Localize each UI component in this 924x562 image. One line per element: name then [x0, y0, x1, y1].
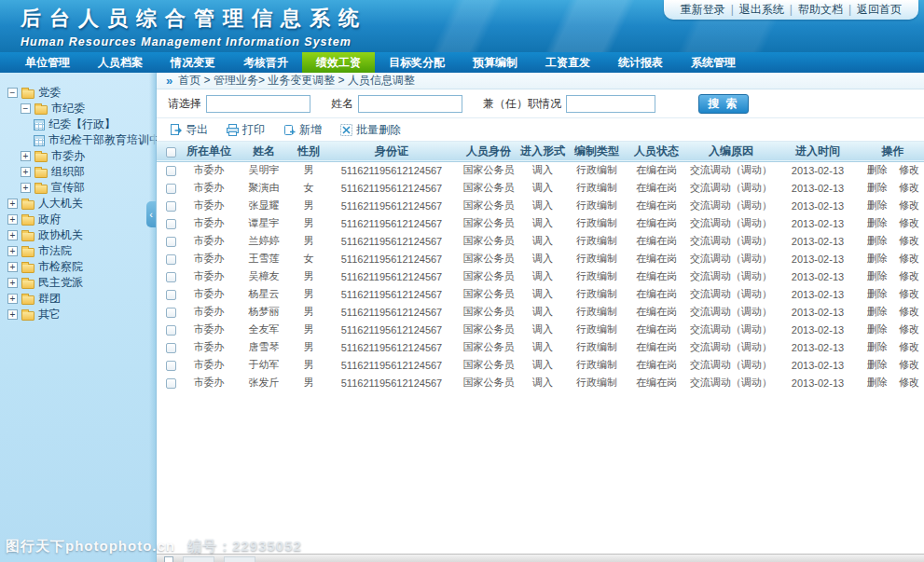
tree-item-7[interactable]: +人大机关	[0, 196, 156, 212]
tree-item-1[interactable]: −市纪委	[0, 101, 156, 117]
row-checkbox[interactable]	[166, 272, 176, 282]
collapse-toggle-icon[interactable]: −	[7, 88, 18, 98]
print-button[interactable]: 打印	[227, 122, 265, 138]
menu-item-1[interactable]: 人员档案	[84, 52, 157, 73]
edit-link[interactable]: 修改	[899, 199, 919, 211]
menu-item-2[interactable]: 情况变更	[157, 52, 229, 73]
search-button[interactable]: 搜 索	[698, 94, 749, 114]
add-button[interactable]: 新增	[283, 122, 322, 138]
row-checkbox[interactable]	[166, 343, 176, 353]
batch-delete-button[interactable]: 批量删除	[340, 122, 401, 138]
tree-item-0[interactable]: −党委	[0, 85, 156, 101]
edit-link[interactable]: 修改	[899, 253, 919, 264]
expand-toggle-icon[interactable]: +	[7, 199, 18, 209]
expand-toggle-icon[interactable]: +	[7, 246, 18, 256]
expand-toggle-icon[interactable]: +	[7, 278, 18, 288]
cell-name: 兰婷婷	[233, 232, 295, 250]
delete-link[interactable]: 删除	[867, 323, 888, 335]
expand-toggle-icon[interactable]: +	[21, 151, 31, 161]
row-checkbox[interactable]	[166, 361, 176, 371]
edit-link[interactable]: 修改	[899, 288, 919, 299]
expand-toggle-icon[interactable]: +	[7, 294, 18, 304]
top-link-2[interactable]: 帮助文档	[798, 3, 843, 16]
edit-link[interactable]: 修改	[899, 359, 919, 370]
tree-item-9[interactable]: +政协机关	[0, 227, 156, 243]
edit-link[interactable]: 修改	[899, 217, 919, 228]
row-checkbox[interactable]	[166, 201, 176, 212]
select-all-checkbox[interactable]	[166, 147, 176, 158]
edit-link[interactable]: 修改	[899, 306, 919, 317]
delete-link[interactable]: 删除	[867, 341, 888, 352]
delete-link[interactable]: 删除	[867, 377, 888, 388]
delete-link[interactable]: 删除	[867, 306, 888, 317]
row-checkbox[interactable]	[166, 237, 176, 247]
tree-item-3[interactable]: 市纪检干部教育培训中心	[0, 132, 156, 148]
delete-link[interactable]: 删除	[867, 217, 888, 228]
tree-item-11[interactable]: +市检察院	[0, 259, 156, 275]
delete-link[interactable]: 删除	[867, 164, 888, 175]
expand-toggle-icon[interactable]: +	[7, 262, 18, 272]
row-checkbox[interactable]	[166, 184, 176, 194]
tree-item-12[interactable]: +民主党派	[0, 275, 156, 291]
expand-toggle-icon[interactable]: +	[7, 214, 18, 225]
pagination-control[interactable]	[224, 556, 255, 562]
top-link-0[interactable]: 重新登录	[681, 3, 725, 16]
expand-toggle-icon[interactable]: +	[21, 183, 31, 193]
edit-link[interactable]: 修改	[899, 377, 919, 388]
edit-link[interactable]: 修改	[899, 235, 919, 246]
edit-link[interactable]: 修改	[899, 341, 919, 352]
delete-link[interactable]: 删除	[867, 359, 888, 370]
top-link-1[interactable]: 退出系统	[739, 3, 784, 16]
tree-item-13[interactable]: +群团	[0, 291, 156, 307]
menu-item-3[interactable]: 考核晋升	[229, 52, 302, 73]
menu-item-8[interactable]: 统计报表	[604, 52, 677, 73]
menu-item-9[interactable]: 系统管理	[677, 52, 750, 73]
column-header-4: 人员身份	[461, 142, 517, 161]
tree-item-6[interactable]: +宣传部	[0, 180, 156, 196]
menu-item-0[interactable]: 单位管理	[11, 52, 84, 73]
delete-link[interactable]: 删除	[867, 235, 888, 246]
edit-link[interactable]: 修改	[899, 182, 919, 193]
cell-status: 在编在岗	[625, 321, 688, 338]
tree-item-8[interactable]: +政府	[0, 212, 156, 227]
edit-link[interactable]: 修改	[899, 270, 919, 281]
menu-item-5[interactable]: 目标奖分配	[375, 52, 459, 73]
edit-link[interactable]: 修改	[899, 164, 919, 175]
concurrent-filter-input[interactable]	[566, 95, 655, 113]
expand-toggle-icon[interactable]: +	[21, 167, 31, 177]
row-checkbox[interactable]	[166, 325, 176, 336]
row-checkbox[interactable]	[166, 166, 176, 176]
row-checkbox[interactable]	[166, 308, 176, 318]
menu-item-4[interactable]: 绩效工资	[302, 52, 375, 73]
cell-gender: 男	[295, 303, 323, 321]
delete-link[interactable]: 删除	[867, 270, 888, 281]
delete-link[interactable]: 删除	[867, 182, 888, 193]
expand-toggle-icon[interactable]: +	[7, 230, 18, 240]
collapse-toggle-icon[interactable]: −	[21, 103, 31, 114]
menu-item-6[interactable]: 预算编制	[459, 52, 531, 73]
top-link-3[interactable]: 返回首页	[857, 3, 902, 16]
row-checkbox[interactable]	[166, 219, 176, 229]
row-checkbox[interactable]	[166, 254, 176, 265]
edit-link[interactable]: 修改	[899, 323, 919, 335]
column-header-5: 进入形式	[517, 142, 569, 161]
tree-item-14[interactable]: +其它	[0, 307, 156, 322]
delete-link[interactable]: 删除	[867, 253, 888, 264]
select-filter-input[interactable]	[206, 95, 310, 113]
name-filter-input[interactable]	[358, 95, 462, 113]
tree-item-2[interactable]: 纪委【行政】	[0, 117, 156, 132]
sidebar-collapse-handle[interactable]: ‹	[146, 201, 156, 227]
tree-item-4[interactable]: +市委办	[0, 148, 156, 164]
row-checkbox[interactable]	[166, 290, 176, 300]
cell-gender: 女	[295, 250, 323, 267]
delete-link[interactable]: 删除	[867, 288, 888, 299]
menu-item-7[interactable]: 工资直发	[531, 52, 604, 73]
delete-link[interactable]: 删除	[867, 199, 888, 211]
pagination-checkbox[interactable]	[164, 556, 173, 562]
tree-item-10[interactable]: +市法院	[0, 243, 156, 259]
export-button[interactable]: 导出	[170, 122, 208, 138]
pagination-control[interactable]	[183, 556, 214, 562]
row-checkbox[interactable]	[166, 378, 176, 389]
tree-item-5[interactable]: +组织部	[0, 164, 156, 180]
expand-toggle-icon[interactable]: +	[7, 309, 18, 320]
